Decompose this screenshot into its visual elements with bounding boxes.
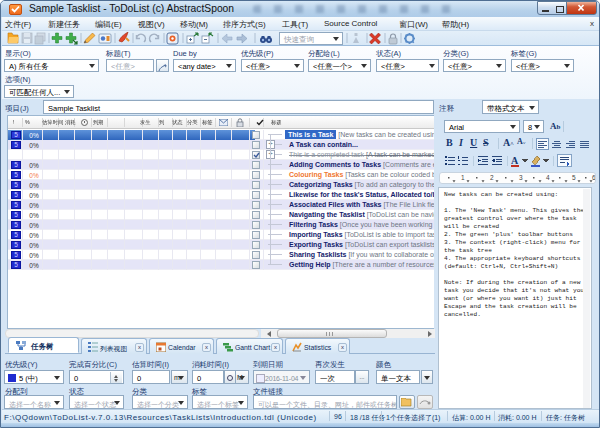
- svg-text:4: 4: [546, 174, 550, 181]
- svg-text:6: 6: [592, 174, 595, 181]
- svg-text:A: A: [511, 155, 519, 166]
- svg-text:2: 2: [490, 174, 494, 181]
- svg-text:3: 3: [519, 174, 523, 181]
- svg-text:5: 5: [572, 174, 576, 181]
- svg-text:1: 1: [461, 174, 465, 181]
